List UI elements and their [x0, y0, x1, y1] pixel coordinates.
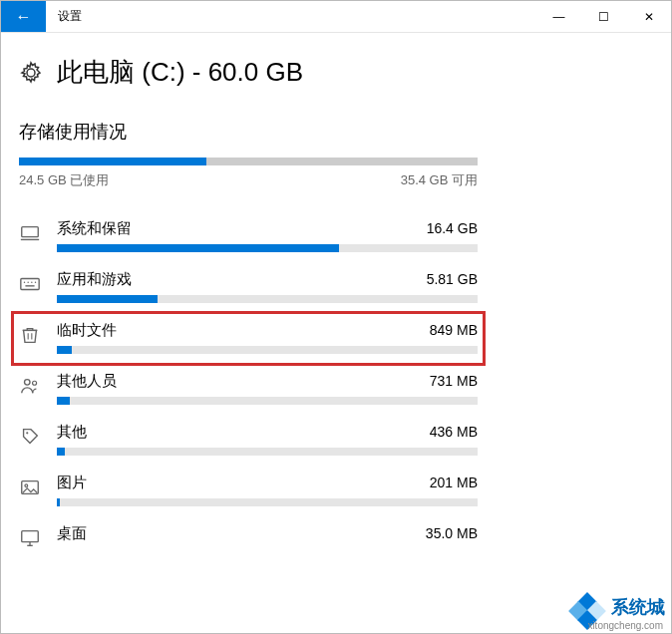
svg-point-11: [25, 380, 31, 386]
category-item[interactable]: 图片201 MB: [19, 466, 478, 516]
used-label: 24.5 GB 已使用: [19, 171, 109, 189]
category-label: 图片: [57, 474, 87, 492]
category-size: 436 MB: [430, 424, 478, 440]
category-label: 其他人员: [57, 372, 117, 391]
overall-usage-fill: [19, 158, 206, 165]
category-item[interactable]: 桌面35.0 MB: [19, 516, 478, 562]
category-bar: [57, 346, 478, 354]
computer-icon: [19, 219, 41, 247]
svg-point-4: [27, 281, 28, 282]
desktop-icon: [19, 524, 41, 552]
tag-icon: [19, 423, 41, 451]
category-body: 图片201 MB: [57, 474, 478, 506]
maximize-button[interactable]: ☐: [581, 1, 626, 32]
category-bar-fill: [57, 295, 158, 303]
category-body: 其他436 MB: [57, 423, 478, 456]
watermark: 系统城 xitongcheng.com: [571, 595, 665, 629]
category-size: 201 MB: [430, 475, 478, 490]
window-title: 设置: [46, 1, 536, 32]
overall-usage-labels: 24.5 GB 已使用 35.4 GB 可用: [19, 171, 478, 189]
category-bar-fill: [57, 397, 70, 405]
overall-usage-bar: [19, 158, 478, 165]
svg-point-5: [31, 281, 32, 282]
category-bar-fill: [57, 244, 339, 252]
category-size: 5.81 GB: [427, 271, 478, 287]
category-size: 731 MB: [430, 373, 478, 389]
minimize-button[interactable]: ―: [536, 1, 581, 32]
keyboard-icon: [19, 270, 41, 298]
category-bar: [57, 448, 478, 456]
category-body: 系统和保留16.4 GB: [57, 219, 478, 252]
svg-rect-0: [22, 227, 39, 237]
page-title: 此电脑 (C:) - 60.0 GB: [57, 55, 303, 90]
category-label: 应用和游戏: [57, 270, 132, 289]
category-size: 35.0 MB: [426, 525, 478, 541]
page-header: 此电脑 (C:) - 60.0 GB: [19, 55, 653, 90]
svg-point-3: [24, 281, 25, 282]
watermark-url: xitongcheng.com: [587, 620, 663, 631]
svg-point-12: [33, 381, 37, 385]
window-controls: ― ☐ ✕: [536, 1, 671, 32]
category-body: 桌面35.0 MB: [57, 524, 478, 549]
svg-point-6: [35, 281, 36, 282]
titlebar: ← 设置 ― ☐ ✕: [1, 1, 671, 33]
category-item[interactable]: 系统和保留16.4 GB: [19, 211, 478, 262]
svg-point-13: [26, 432, 28, 434]
category-item[interactable]: 应用和游戏5.81 GB: [19, 262, 478, 313]
svg-point-15: [25, 484, 28, 487]
category-bar-fill: [57, 498, 60, 506]
category-label: 其他: [57, 423, 87, 442]
trash-icon: [19, 321, 41, 349]
section-title: 存储使用情况: [19, 120, 653, 144]
category-list: 系统和保留16.4 GB应用和游戏5.81 GB临时文件849 MB其他人员73…: [19, 211, 478, 562]
category-bar: [57, 498, 478, 506]
category-body: 其他人员731 MB: [57, 372, 478, 405]
category-size: 16.4 GB: [427, 220, 478, 236]
close-button[interactable]: ✕: [626, 1, 671, 32]
category-label: 桌面: [57, 524, 87, 543]
svg-rect-16: [22, 531, 39, 542]
watermark-brand: 系统城: [611, 597, 665, 617]
category-bar: [57, 295, 478, 303]
back-button[interactable]: ←: [1, 1, 46, 32]
content-area: 此电脑 (C:) - 60.0 GB 存储使用情况 24.5 GB 已使用 35…: [1, 33, 671, 562]
gear-icon: [19, 61, 43, 85]
category-bar: [57, 244, 478, 252]
category-bar: [57, 397, 478, 405]
category-item[interactable]: 临时文件849 MB: [13, 313, 484, 364]
people-icon: [19, 372, 41, 400]
category-bar-fill: [57, 448, 65, 456]
category-item[interactable]: 其他人员731 MB: [19, 364, 478, 415]
category-body: 临时文件849 MB: [57, 321, 478, 354]
category-body: 应用和游戏5.81 GB: [57, 270, 478, 303]
free-label: 35.4 GB 可用: [401, 171, 478, 189]
category-size: 849 MB: [430, 322, 478, 338]
image-icon: [19, 474, 41, 501]
category-label: 临时文件: [57, 321, 117, 340]
category-label: 系统和保留: [57, 219, 132, 238]
category-bar-fill: [57, 346, 72, 354]
svg-rect-2: [21, 279, 39, 290]
category-item[interactable]: 其他436 MB: [19, 415, 478, 466]
